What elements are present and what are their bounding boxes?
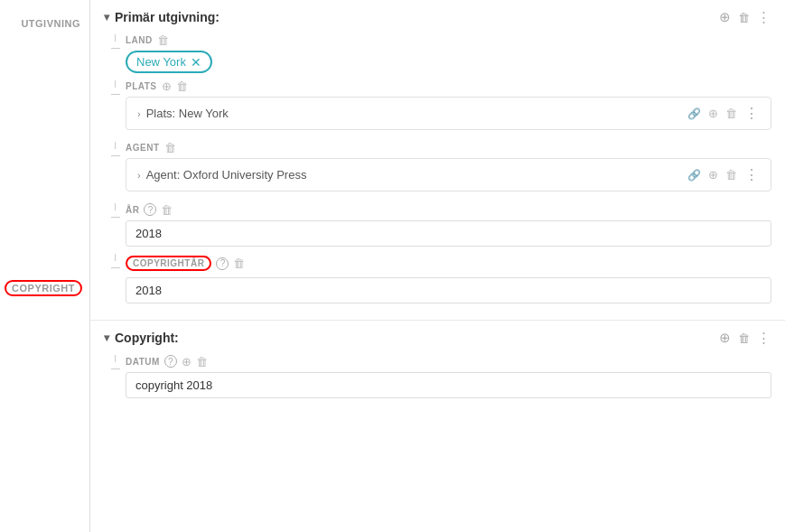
datum-help-icon[interactable]: ? — [164, 355, 177, 368]
copyright-section: ▾ Copyright: ⊕ 🗑 ⋮ DATUM ? — [90, 321, 785, 415]
agent-label-row: AGENT 🗑 — [126, 142, 771, 154]
plats-expand-actions: 🔗 ⊕ 🗑 ⋮ — [687, 105, 760, 122]
ar-input[interactable] — [126, 220, 771, 247]
ar-label: ÅR — [126, 205, 139, 215]
copyrightar-field-content: COPYRIGHTÅR ? 🗑 — [126, 254, 771, 303]
agent-link-icon[interactable]: 🔗 — [687, 169, 701, 182]
copyrightar-input[interactable] — [126, 277, 771, 303]
copyrightar-field: COPYRIGHTÅR ? 🗑 — [104, 254, 771, 303]
ar-connector — [111, 203, 120, 218]
agent-connector — [111, 142, 120, 156]
utgivning-section-header: ▾ Primär utgivning: ⊕ 🗑 ⋮ — [104, 9, 771, 25]
land-delete-icon[interactable]: 🗑 — [157, 34, 169, 46]
agent-more-icon[interactable]: ⋮ — [744, 166, 760, 183]
ar-delete-icon[interactable]: 🗑 — [161, 204, 173, 216]
ar-field-content: ÅR ? 🗑 — [126, 203, 771, 247]
datum-field-content: DATUM ? ⊕ 🗑 — [126, 355, 771, 398]
agent-expand-label: Agent: Oxford University Press — [146, 168, 307, 182]
agent-expand-left: › Agent: Oxford University Press — [137, 168, 306, 182]
plats-delete-icon2[interactable]: 🗑 — [725, 107, 737, 120]
datum-label-row: DATUM ? ⊕ 🗑 — [126, 355, 771, 368]
utgivning-collapse-icon[interactable]: ▾ — [104, 11, 109, 23]
copyright-collapse-icon[interactable]: ▾ — [104, 331, 109, 344]
copyrightar-label-row: COPYRIGHTÅR ? 🗑 — [126, 254, 771, 273]
sidebar-copyright-container: COPYRIGHT — [0, 280, 89, 296]
plats-connector — [111, 80, 120, 95]
agent-field-content: AGENT 🗑 › Agent: Oxford University Press… — [126, 142, 771, 196]
utgivning-title-text: Primär utgivning: — [115, 10, 220, 24]
plats-delete-icon[interactable]: 🗑 — [176, 80, 188, 92]
agent-label: AGENT — [126, 143, 160, 153]
sidebar-utgivning-label: UTGIVNING — [21, 18, 80, 29]
land-tag-container: New York ✕ — [126, 51, 771, 73]
plats-add-icon2[interactable]: ⊕ — [708, 107, 718, 120]
plats-field-content: PLATS ⊕ 🗑 › Plats: New York 🔗 ⊕ 🗑 — [126, 80, 771, 135]
copyright-title-text: Copyright: — [115, 331, 179, 345]
plats-expand-chevron: › — [137, 108, 141, 119]
datum-connector — [111, 355, 120, 369]
copyright-add-icon[interactable]: ⊕ — [719, 330, 731, 346]
utgivning-delete-icon[interactable]: 🗑 — [738, 11, 750, 24]
plats-add-icon[interactable]: ⊕ — [162, 80, 172, 92]
utgivning-add-icon[interactable]: ⊕ — [719, 9, 731, 25]
new-york-tag[interactable]: New York ✕ — [126, 51, 212, 73]
copyrightar-help-icon[interactable]: ? — [216, 257, 229, 270]
datum-label: DATUM — [126, 357, 160, 367]
copyright-delete-icon[interactable]: 🗑 — [738, 331, 750, 345]
agent-delete-icon2[interactable]: 🗑 — [725, 168, 737, 182]
utgivning-section: ▾ Primär utgivning: ⊕ 🗑 ⋮ LAND — [90, 0, 785, 321]
land-field: LAND 🗑 New York ✕ — [104, 34, 771, 73]
agent-delete-icon[interactable]: 🗑 — [164, 142, 176, 154]
plats-link-icon[interactable]: 🔗 — [687, 107, 701, 120]
datum-field: DATUM ? ⊕ 🗑 — [104, 355, 771, 398]
land-label-row: LAND 🗑 — [126, 34, 771, 46]
main-content: ▾ Primär utgivning: ⊕ 🗑 ⋮ LAND — [90, 0, 785, 532]
copyrightar-delete-icon[interactable]: 🗑 — [233, 257, 245, 269]
land-label: LAND — [126, 35, 153, 45]
utgivning-more-icon[interactable]: ⋮ — [757, 9, 771, 25]
utgivning-section-actions: ⊕ 🗑 ⋮ — [719, 9, 771, 25]
land-field-content: LAND 🗑 New York ✕ — [126, 34, 771, 73]
land-connector — [111, 34, 120, 49]
ar-field: ÅR ? 🗑 — [104, 203, 771, 247]
datum-delete-icon[interactable]: 🗑 — [196, 356, 208, 368]
tag-remove-icon[interactable]: ✕ — [191, 56, 201, 69]
agent-add-icon[interactable]: ⊕ — [708, 168, 718, 182]
copyright-more-icon[interactable]: ⋮ — [757, 330, 771, 346]
datum-input[interactable] — [126, 372, 771, 398]
sidebar: UTGIVNING COPYRIGHT — [0, 0, 90, 532]
ar-label-row: ÅR ? 🗑 — [126, 203, 771, 216]
plats-expand-label: Plats: New York — [146, 107, 229, 120]
copyright-section-actions: ⊕ 🗑 ⋮ — [719, 330, 771, 346]
copyright-section-header: ▾ Copyright: ⊕ 🗑 ⋮ — [104, 330, 771, 346]
agent-expand-actions: 🔗 ⊕ 🗑 ⋮ — [687, 166, 760, 183]
plats-more-icon[interactable]: ⋮ — [744, 105, 760, 122]
utgivning-section-title: ▾ Primär utgivning: — [104, 10, 220, 24]
copyrightar-label: COPYRIGHTÅR — [126, 256, 211, 271]
tag-text: New York — [136, 55, 186, 69]
agent-expand-chevron: › — [137, 170, 141, 181]
agent-expand-item[interactable]: › Agent: Oxford University Press 🔗 ⊕ 🗑 ⋮ — [126, 158, 771, 191]
plats-expand-item[interactable]: › Plats: New York 🔗 ⊕ 🗑 ⋮ — [126, 97, 771, 130]
sidebar-utgivning: UTGIVNING — [0, 0, 89, 29]
plats-label: PLATS — [126, 81, 157, 91]
agent-field: AGENT 🗑 › Agent: Oxford University Press… — [104, 142, 771, 196]
plats-label-row: PLATS ⊕ 🗑 — [126, 80, 771, 92]
copyright-section-title: ▾ Copyright: — [104, 331, 179, 345]
ar-help-icon[interactable]: ? — [144, 203, 156, 216]
plats-field: PLATS ⊕ 🗑 › Plats: New York 🔗 ⊕ 🗑 — [104, 80, 771, 135]
sidebar-copyright-label: COPYRIGHT — [5, 280, 82, 296]
datum-add-icon[interactable]: ⊕ — [182, 356, 192, 368]
copyrightar-connector — [111, 254, 120, 268]
plats-expand-left: › Plats: New York — [137, 107, 229, 120]
